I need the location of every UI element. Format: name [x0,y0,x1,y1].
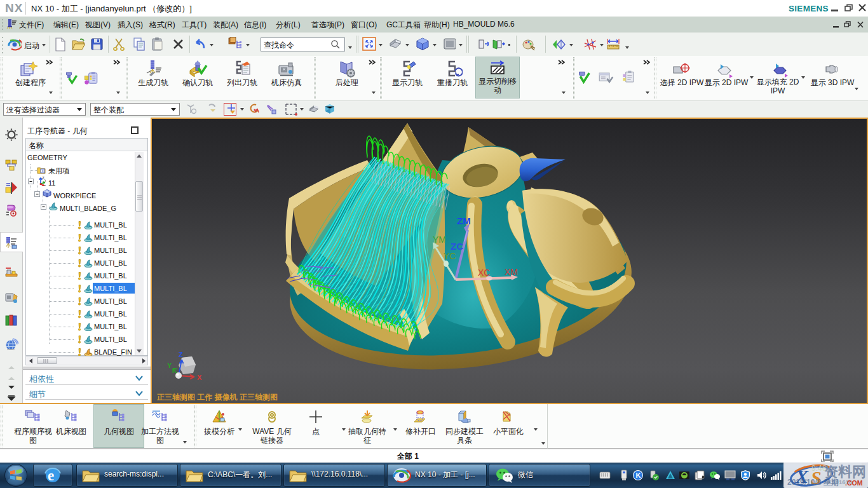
svg-text:XM: XM [505,267,518,277]
svg-text:Y: Y [167,362,172,369]
svg-text:X: X [197,374,202,381]
svg-text:Z: Z [179,351,183,358]
svg-text:YC: YC [444,251,456,261]
svg-text:K: K [636,471,641,479]
svg-text:ZC: ZC [451,241,463,252]
svg-text:X: X [44,184,46,186]
svg-text:.COM: .COM [845,479,863,487]
svg-text:Y: Y [44,179,46,182]
svg-text:YM: YM [433,234,446,245]
svg-text:XC: XC [478,268,490,278]
svg-text:ZM: ZM [457,215,471,226]
svg-text:e: e [48,468,54,484]
